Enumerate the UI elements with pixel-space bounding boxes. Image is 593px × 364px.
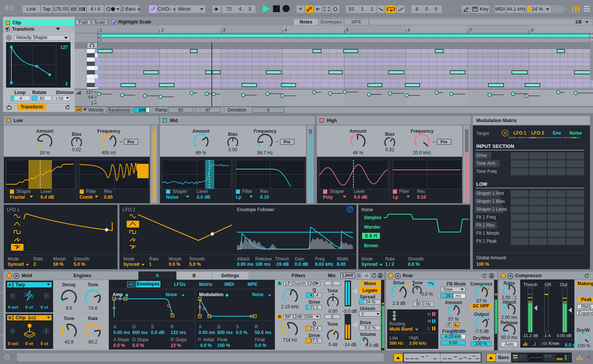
- svg-text:1: 1: [91, 101, 93, 105]
- svg-text:Drive: Drive: [393, 280, 405, 286]
- svg-text:Frequency: Frequency: [97, 129, 121, 134]
- svg-text:Level: Level: [354, 189, 365, 194]
- svg-text:Frequency: Frequency: [254, 129, 277, 134]
- svg-text:Tone: Tone: [64, 316, 74, 321]
- svg-text:2.3 dB: 2.3 dB: [392, 301, 406, 306]
- svg-text:1: 1: [65, 81, 68, 86]
- svg-text:Tone: Tone: [88, 282, 98, 287]
- svg-text:2.00 ms: 2.00 ms: [501, 315, 518, 320]
- svg-text:1: 1: [100, 28, 102, 32]
- svg-text:0.0 dB: 0.0 dB: [354, 195, 367, 200]
- svg-text:Bias: Bias: [72, 132, 82, 137]
- svg-text:Amount: Amount: [36, 129, 53, 134]
- svg-text:Filter: Filter: [86, 189, 96, 194]
- svg-text:9.5: 9.5: [66, 306, 72, 311]
- svg-text:Shaper: Shaper: [16, 189, 31, 194]
- svg-text:Poly: Poly: [323, 195, 333, 200]
- svg-text:Noise: Noise: [166, 195, 179, 200]
- svg-text:5: 5: [346, 28, 348, 32]
- svg-text:Pre: Pre: [284, 140, 291, 144]
- svg-text:7: 7: [469, 28, 472, 32]
- svg-text:50.0 ms: 50.0 ms: [501, 335, 518, 340]
- svg-text:Lp: Lp: [393, 195, 398, 200]
- svg-text:2.15 kHz: 2.15 kHz: [281, 304, 299, 309]
- svg-text:42.9: 42.9: [64, 339, 74, 345]
- svg-text:3: 3: [223, 28, 225, 32]
- svg-text:74.6: 74.6: [88, 306, 97, 311]
- svg-text:Res: Res: [104, 189, 112, 194]
- svg-text:714 Hz: 714 Hz: [283, 337, 297, 343]
- svg-text:Res: Res: [417, 189, 425, 194]
- svg-text:Frequency: Frequency: [411, 129, 434, 134]
- svg-text:Amount: Amount: [192, 129, 209, 134]
- svg-text:Rate: Rate: [88, 316, 98, 321]
- svg-text:Filter: Filter: [242, 189, 253, 194]
- svg-text:0.00: 0.00: [228, 147, 237, 152]
- svg-text:Level: Level: [41, 189, 52, 194]
- svg-text:6.4 dB: 6.4 dB: [41, 195, 54, 200]
- svg-text:Amount: Amount: [349, 129, 366, 134]
- svg-text:80.2: 80.2: [88, 339, 97, 345]
- svg-text:Shaper: Shaper: [173, 189, 187, 194]
- svg-text:Decay: Decay: [62, 282, 76, 287]
- svg-text:0.10: 0.10: [260, 195, 269, 200]
- svg-text:Ratio: Ratio: [504, 281, 515, 286]
- svg-text:127: 127: [86, 90, 93, 94]
- svg-text:0.32: 0.32: [385, 147, 394, 152]
- svg-text:Bias: Bias: [385, 132, 395, 137]
- svg-text:4: 4: [285, 28, 287, 32]
- svg-text:Pre: Pre: [441, 140, 448, 144]
- svg-text:2: 2: [162, 28, 164, 32]
- svg-text:Lp: Lp: [236, 195, 242, 200]
- svg-text:0.0 %: 0.0 %: [421, 292, 433, 297]
- svg-text:0.0 dB: 0.0 dB: [197, 195, 210, 200]
- svg-text:Comb: Comb: [80, 195, 93, 200]
- svg-text:Filter: Filter: [399, 189, 409, 194]
- svg-text:56.7 Hz: 56.7 Hz: [257, 150, 273, 155]
- svg-text:Shaper: Shaper: [329, 189, 344, 194]
- svg-text:69 %: 69 %: [196, 150, 206, 155]
- svg-text:Fractal: Fractal: [10, 195, 25, 200]
- svg-text:455 Hz: 455 Hz: [102, 150, 116, 155]
- svg-text:48 %: 48 %: [353, 150, 363, 155]
- svg-text:64: 64: [88, 95, 93, 99]
- svg-text:Bias: Bias: [228, 132, 238, 137]
- svg-text:Pre: Pre: [127, 140, 135, 144]
- svg-text:Res: Res: [260, 189, 268, 194]
- svg-text:0.02: 0.02: [72, 147, 81, 152]
- svg-text:6: 6: [408, 28, 410, 32]
- svg-text:19 %: 19 %: [39, 150, 50, 155]
- svg-text:20.0 kHz: 20.0 kHz: [413, 150, 431, 155]
- svg-text:0.10: 0.10: [417, 195, 426, 200]
- svg-text:8: 8: [531, 28, 533, 32]
- svg-text:Level: Level: [197, 189, 208, 194]
- svg-text:0.85: 0.85: [104, 195, 113, 200]
- svg-text:127: 127: [60, 45, 68, 50]
